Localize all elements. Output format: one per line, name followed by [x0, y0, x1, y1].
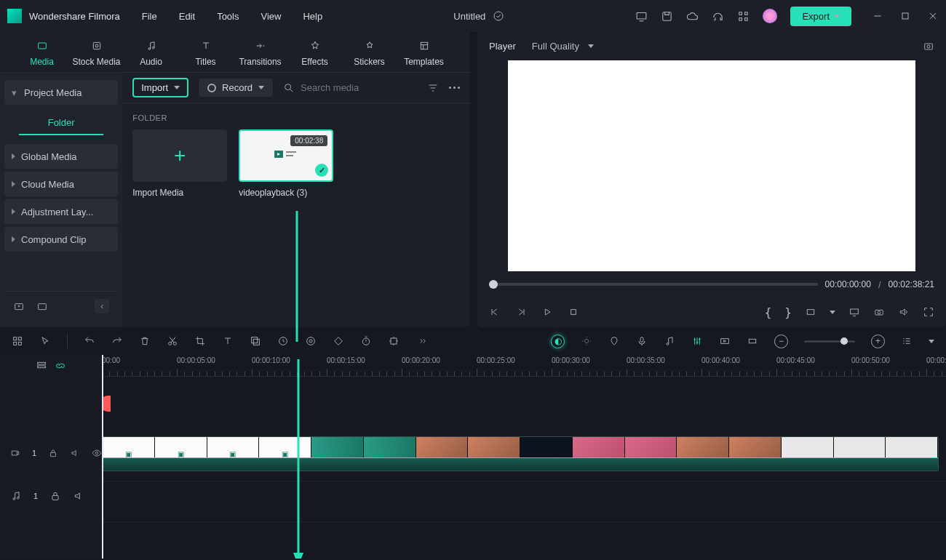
sun-icon[interactable] — [581, 335, 592, 347]
play-icon[interactable] — [541, 306, 553, 318]
new-folder-icon[interactable] — [13, 300, 25, 312]
scrubber-head[interactable] — [489, 280, 498, 289]
step-forward-icon[interactable] — [515, 306, 527, 318]
tracks-icon[interactable] — [36, 360, 47, 372]
tab-transitions[interactable]: Transitions — [233, 38, 287, 67]
auto-ripple-icon[interactable]: ◐ — [551, 335, 565, 348]
prev-frame-icon[interactable] — [489, 306, 501, 318]
filter-icon[interactable] — [427, 82, 439, 94]
eye-icon[interactable] — [92, 447, 102, 459]
zoom-slider[interactable] — [804, 340, 855, 343]
profile-avatar[interactable] — [763, 9, 777, 23]
menu-tools[interactable]: Tools — [217, 11, 239, 22]
speed-icon[interactable] — [277, 335, 289, 347]
headphones-icon[interactable] — [712, 10, 724, 23]
more-tools-icon[interactable] — [416, 335, 427, 347]
music-icon[interactable] — [664, 335, 675, 347]
copy-icon[interactable] — [250, 335, 261, 347]
close-icon[interactable] — [927, 10, 939, 22]
list-view-icon[interactable] — [901, 335, 913, 347]
sidebar-adjustment-layer[interactable]: Adjustment Lay... — [4, 199, 118, 224]
chevron-down-icon[interactable] — [929, 340, 934, 343]
quality-dropdown[interactable]: Full Quality — [532, 41, 594, 52]
lock-icon[interactable] — [49, 490, 61, 502]
maximize-icon[interactable] — [899, 10, 911, 22]
fullscreen-icon[interactable] — [923, 306, 934, 318]
zoom-knob[interactable] — [840, 337, 848, 345]
menu-view[interactable]: View — [261, 11, 281, 22]
save-icon[interactable] — [661, 10, 673, 23]
audio-track-icon[interactable] — [10, 490, 22, 502]
scrubber[interactable] — [489, 283, 818, 286]
lock-icon[interactable] — [48, 447, 58, 459]
sidebar-folder-tab[interactable]: Folder — [19, 111, 103, 135]
apps-icon[interactable] — [737, 10, 750, 23]
mark-in-icon[interactable]: { — [765, 305, 772, 319]
video-track-icon[interactable] — [10, 447, 20, 459]
tab-audio[interactable]: Audio — [124, 38, 178, 67]
display-icon[interactable] — [848, 306, 860, 318]
audio-track-1[interactable] — [102, 481, 946, 522]
color-icon[interactable] — [305, 335, 317, 347]
mic-icon[interactable] — [636, 335, 648, 347]
time-ruler[interactable]: 00:0000:00:05:0000:00:10:0000:00:15:0000… — [102, 355, 946, 377]
mute-icon[interactable] — [70, 447, 80, 459]
link-icon[interactable] — [55, 360, 66, 372]
mute-icon[interactable] — [73, 490, 84, 502]
import-dropdown[interactable]: Import — [132, 78, 188, 97]
collapse-sidebar-button[interactable]: ‹ — [95, 299, 109, 313]
zoom-out-button[interactable]: − — [774, 335, 788, 348]
ratio-icon[interactable] — [805, 306, 816, 318]
sidebar-compound-clip[interactable]: Compound Clip — [4, 227, 118, 252]
menu-file[interactable]: File — [142, 11, 157, 22]
sidebar-cloud-media[interactable]: Cloud Media — [4, 172, 118, 196]
undo-icon[interactable] — [84, 335, 95, 347]
delete-icon[interactable] — [139, 335, 151, 347]
tracks-area[interactable]: 00:0000:00:05:0000:00:10:0000:00:15:0000… — [102, 355, 946, 559]
stop-icon[interactable] — [568, 306, 579, 318]
minimize-icon[interactable] — [872, 10, 883, 22]
player-tab-label[interactable]: Player — [489, 41, 516, 52]
media-clip-card[interactable]: 00:02:38 ✓ videoplayback (3) — [239, 129, 333, 198]
zoom-in-button[interactable]: + — [871, 335, 885, 348]
video-clip[interactable]: ▣ ▣ ▣ ▣ 〉〉〉 〉〉〉 — [102, 436, 939, 471]
snapshot-icon[interactable] — [923, 41, 934, 52]
preview-canvas[interactable] — [508, 60, 915, 271]
redo-icon[interactable] — [111, 335, 123, 347]
chevron-down-icon[interactable] — [830, 311, 835, 314]
keyframe-icon[interactable] — [333, 335, 344, 347]
tab-templates[interactable]: Templates — [397, 38, 451, 67]
tab-media[interactable]: Media — [15, 38, 69, 67]
mark-out-icon[interactable]: } — [784, 305, 792, 319]
render-icon[interactable] — [719, 335, 731, 347]
tab-titles[interactable]: Titles — [178, 38, 233, 67]
snap-icon[interactable] — [747, 335, 758, 347]
record-dropdown[interactable]: Record — [199, 79, 273, 97]
volume-icon[interactable] — [898, 306, 910, 318]
sidebar-project-media[interactable]: ▾Project Media — [4, 80, 118, 105]
export-button[interactable]: Export — [790, 7, 851, 26]
detect-icon[interactable] — [388, 335, 400, 347]
text-icon[interactable] — [222, 335, 234, 347]
timer-icon[interactable] — [360, 335, 372, 347]
cut-icon[interactable] — [167, 335, 178, 347]
more-icon[interactable] — [449, 87, 460, 89]
grid-icon[interactable] — [12, 335, 23, 347]
search-input[interactable] — [301, 82, 417, 93]
search-field[interactable] — [283, 82, 417, 94]
menu-edit[interactable]: Edit — [179, 11, 195, 22]
marker-icon[interactable] — [608, 335, 620, 347]
tab-stock-media[interactable]: Stock Media — [69, 38, 124, 67]
cursor-icon[interactable] — [39, 335, 51, 347]
crop-icon[interactable] — [194, 335, 206, 347]
sidebar-global-media[interactable]: Global Media — [4, 144, 118, 169]
playhead[interactable] — [102, 355, 103, 559]
import-media-card[interactable]: + Import Media — [132, 129, 227, 198]
device-icon[interactable] — [635, 10, 648, 23]
tab-stickers[interactable]: Stickers — [342, 38, 397, 67]
folder-icon[interactable] — [36, 300, 48, 312]
camera-icon[interactable] — [873, 306, 885, 318]
video-track-1[interactable]: ▣ ▣ ▣ ▣ 〉〉〉 〉〉〉 — [102, 426, 946, 481]
mixer-icon[interactable] — [691, 335, 703, 347]
menu-help[interactable]: Help — [303, 11, 322, 22]
